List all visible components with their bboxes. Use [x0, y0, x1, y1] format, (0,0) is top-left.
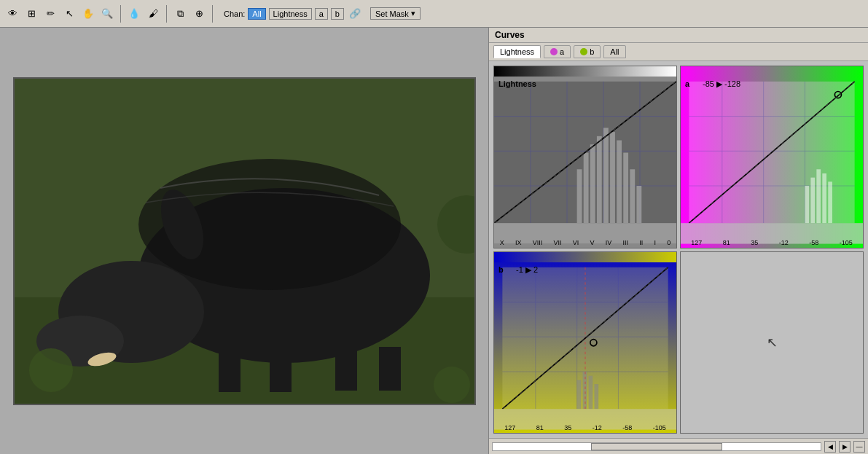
a-label: a	[685, 79, 689, 88]
separator	[120, 5, 121, 23]
svg-rect-44	[810, 178, 815, 224]
tab-b-label: b	[590, 47, 594, 56]
svg-rect-47	[828, 181, 832, 223]
svg-rect-43	[805, 186, 809, 223]
lightness-curve-svg	[494, 66, 676, 248]
scrollbar-track[interactable]	[492, 442, 821, 451]
curves-grid: Lightness	[489, 61, 868, 438]
tab-lightness[interactable]: Lightness	[493, 45, 541, 58]
image-panel	[0, 28, 488, 454]
image-frame	[13, 77, 476, 405]
chan-all-button[interactable]: All	[248, 8, 265, 20]
svg-rect-29	[617, 141, 622, 224]
chan-lightness-button[interactable]: Lightness	[269, 8, 312, 20]
a-curve-box[interactable]: a -85 ▶ -128 127 81 35 -12 -58 -105	[680, 66, 864, 248]
pencil-icon[interactable]: ✏	[42, 6, 58, 22]
b-curve-box[interactable]: b -1 ▶ 2 127 81 35 -12 -58 -105	[493, 251, 677, 434]
svg-point-12	[29, 348, 73, 392]
tab-b[interactable]: b	[574, 45, 601, 58]
tab-a[interactable]: a	[544, 45, 571, 58]
svg-rect-9	[335, 348, 357, 391]
scroll-minus-button[interactable]: —	[853, 441, 865, 453]
svg-rect-26	[597, 136, 602, 223]
set-mask-button[interactable]: Set Mask ▾	[370, 7, 421, 20]
svg-rect-25	[590, 144, 595, 223]
tab-lightness-label: Lightness	[500, 47, 534, 56]
svg-rect-27	[603, 128, 609, 223]
scroll-left-button[interactable]: ◀	[824, 441, 836, 453]
b-values: -1 ▶ 2	[516, 265, 538, 275]
link-icon[interactable]: 🔗	[347, 6, 363, 22]
tab-all-label: All	[610, 47, 619, 56]
svg-point-13	[434, 367, 470, 403]
magnify-icon[interactable]: 🔍	[99, 6, 115, 22]
b-curve-svg	[494, 252, 676, 434]
clone-icon[interactable]: ⧉	[172, 6, 188, 22]
lightness-curve-box[interactable]: Lightness	[493, 66, 677, 248]
lightness-axis: X IX VIII VII VI V IV III II I 0	[494, 239, 676, 246]
cursor-indicator: ↖	[767, 334, 778, 351]
lightness-gradient-bar	[494, 66, 676, 77]
curves-tabs: Lightness a b All	[489, 43, 868, 61]
a-gradient-bar	[681, 66, 863, 77]
curves-panel: Curves Lightness a b All L	[488, 28, 868, 454]
a-values: -85 ▶ -128	[703, 79, 740, 89]
svg-rect-24	[584, 153, 589, 224]
tab-a-label: a	[560, 47, 564, 56]
eye-icon[interactable]: 👁	[4, 6, 20, 22]
separator	[166, 5, 167, 23]
separator	[212, 5, 213, 23]
warthog-image	[15, 79, 476, 405]
svg-rect-46	[822, 173, 826, 223]
chan-b-button[interactable]: b	[331, 8, 344, 20]
svg-rect-45	[816, 169, 821, 223]
svg-rect-32	[636, 186, 641, 223]
svg-rect-59	[577, 380, 582, 409]
hand-icon[interactable]: ✋	[80, 6, 96, 22]
a-curve-svg	[681, 66, 863, 248]
svg-rect-31	[630, 169, 635, 223]
scrollbar-thumb[interactable]	[591, 443, 722, 450]
b-gradient-bar	[494, 252, 676, 262]
lightness-label: Lightness	[498, 79, 536, 88]
curves-title: Curves	[489, 28, 868, 43]
svg-rect-60	[583, 372, 587, 409]
b-axis: 127 81 35 -12 -58 -105	[494, 424, 676, 431]
svg-rect-7	[219, 348, 241, 392]
tab-b-dot	[580, 48, 587, 55]
color-picker-icon[interactable]: 🖌	[145, 6, 161, 22]
tab-a-dot	[550, 48, 558, 55]
chan-label: Chan:	[224, 9, 245, 18]
svg-rect-62	[595, 384, 599, 409]
display-icon[interactable]: ⊞	[23, 6, 39, 22]
chan-a-button[interactable]: a	[315, 8, 328, 20]
heal-icon[interactable]: ⊕	[191, 6, 207, 22]
dropper-icon[interactable]: 💧	[126, 6, 142, 22]
bottom-bar: ◀ ▶ —	[489, 438, 868, 454]
svg-rect-23	[577, 169, 582, 223]
scroll-right-button[interactable]: ▶	[839, 441, 851, 453]
svg-rect-61	[589, 375, 593, 408]
cursor-icon[interactable]: ↖	[61, 6, 77, 22]
svg-rect-8	[270, 352, 292, 392]
tab-all[interactable]: All	[603, 45, 625, 58]
b-label: b	[498, 265, 504, 274]
svg-rect-10	[379, 347, 401, 391]
svg-rect-30	[623, 153, 628, 224]
setmask-label: Set Mask	[375, 9, 409, 18]
svg-rect-28	[610, 132, 615, 223]
a-axis: 127 81 35 -12 -58 -105	[681, 239, 863, 246]
main-area: Curves Lightness a b All L	[0, 28, 868, 454]
setmask-dropdown-icon: ▾	[411, 9, 415, 18]
toolbar: 👁 ⊞ ✏ ↖ ✋ 🔍 💧 🖌 ⧉ ⊕ Chan: All Lightness …	[0, 0, 868, 28]
empty-curve-box: ↖	[680, 251, 864, 434]
